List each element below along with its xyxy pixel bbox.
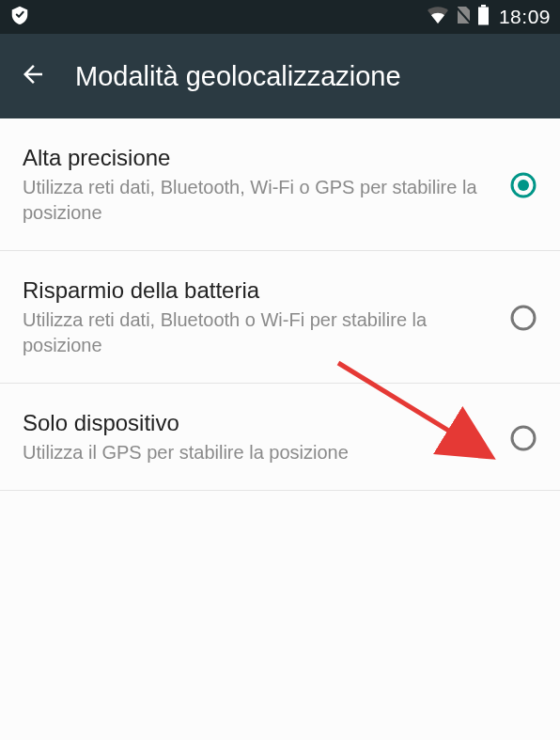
clock: 18:09 bbox=[499, 6, 551, 28]
radio-unselected-icon[interactable] bbox=[509, 424, 537, 452]
svg-rect-2 bbox=[478, 8, 489, 25]
option-description: Utilizza il GPS per stabilire la posizio… bbox=[23, 440, 490, 465]
back-arrow-icon[interactable] bbox=[19, 60, 47, 92]
option-text: Alta precisione Utilizza reti dati, Blue… bbox=[23, 145, 509, 226]
status-right: 18:09 bbox=[427, 5, 551, 29]
status-bar: 18:09 bbox=[0, 0, 560, 34]
option-high-accuracy[interactable]: Alta precisione Utilizza reti dati, Blue… bbox=[0, 118, 560, 251]
app-badge-icon bbox=[9, 5, 30, 29]
option-battery-saving[interactable]: Risparmio della batteria Utilizza reti d… bbox=[0, 251, 560, 384]
radio-unselected-icon[interactable] bbox=[509, 304, 537, 332]
option-description: Utilizza reti dati, Bluetooth o Wi-Fi pe… bbox=[23, 307, 490, 358]
no-sim-icon bbox=[455, 5, 472, 29]
option-text: Solo dispositivo Utilizza il GPS per sta… bbox=[23, 410, 509, 465]
page-title: Modalità geolocalizzazione bbox=[75, 61, 401, 92]
radio-selected-icon[interactable] bbox=[509, 171, 537, 199]
option-text: Risparmio della batteria Utilizza reti d… bbox=[23, 277, 509, 358]
svg-point-5 bbox=[512, 307, 535, 329]
option-title: Risparmio della batteria bbox=[23, 277, 490, 304]
option-title: Solo dispositivo bbox=[23, 410, 490, 436]
svg-point-6 bbox=[512, 427, 535, 449]
app-bar: Modalità geolocalizzazione bbox=[0, 34, 560, 118]
status-left bbox=[9, 5, 30, 29]
svg-rect-1 bbox=[481, 5, 486, 8]
option-title: Alta precisione bbox=[23, 145, 490, 171]
svg-point-4 bbox=[518, 180, 529, 191]
battery-icon bbox=[477, 5, 490, 29]
wifi-icon bbox=[427, 6, 449, 28]
option-description: Utilizza reti dati, Bluetooth, Wi-Fi o G… bbox=[23, 175, 490, 226]
options-list: Alta precisione Utilizza reti dati, Blue… bbox=[0, 118, 560, 491]
option-device-only[interactable]: Solo dispositivo Utilizza il GPS per sta… bbox=[0, 384, 560, 491]
